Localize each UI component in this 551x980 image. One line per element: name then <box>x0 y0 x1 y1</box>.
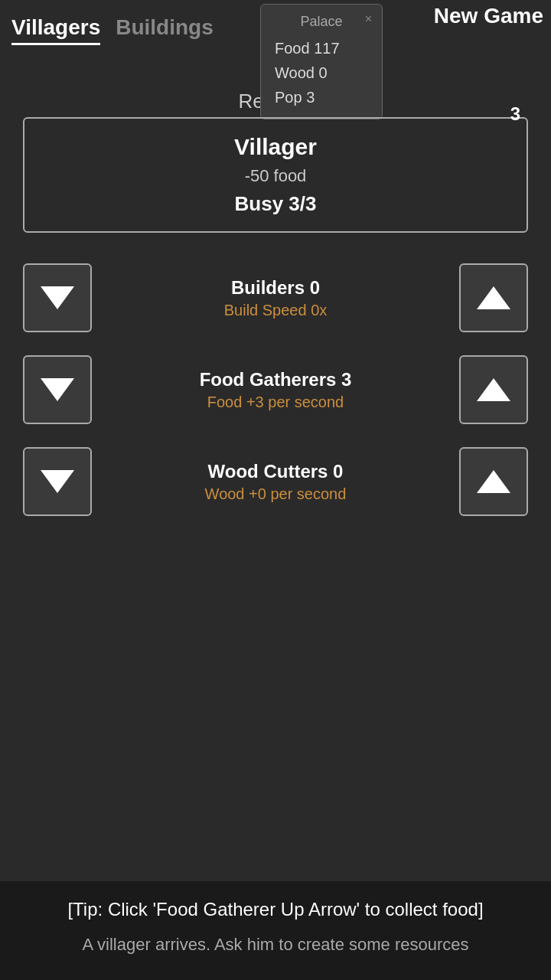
builders-row: Builders 0 Build Speed 0x <box>23 263 528 332</box>
food-gatherers-info: Food Gatherers 3 Food +3 per second <box>92 369 459 411</box>
up-arrow-icon <box>477 378 510 401</box>
wood-cutters-increase-button[interactable] <box>459 447 528 516</box>
down-arrow-icon <box>41 286 74 309</box>
bottom-area: [Tip: Click 'Food Gatherer Up Arrow' to … <box>0 881 551 980</box>
food-gatherers-decrease-button[interactable] <box>23 355 92 424</box>
builders-info: Builders 0 Build Speed 0x <box>92 277 459 319</box>
builders-increase-button[interactable] <box>459 263 528 332</box>
workers-list: Builders 0 Build Speed 0x Food Gatherers… <box>23 263 528 516</box>
request-status: Busy 3/3 <box>47 192 504 216</box>
wood-cutters-rate: Wood +0 per second <box>92 485 459 503</box>
palace-food: Food 117 <box>275 36 368 60</box>
food-gatherers-rate: Food +3 per second <box>92 394 459 411</box>
request-box-wrapper: 3 Villager -50 food Busy 3/3 <box>23 117 528 233</box>
request-box[interactable]: Villager -50 food Busy 3/3 <box>23 117 528 233</box>
down-arrow-icon <box>41 470 74 493</box>
palace-stats: Food 117 Wood 0 Pop 3 <box>275 36 368 109</box>
palace-title: Palace <box>275 14 368 30</box>
food-gatherers-row: Food Gatherers 3 Food +3 per second <box>23 355 528 424</box>
palace-popup: Palace Food 117 Wood 0 Pop 3 <box>260 4 383 119</box>
wood-cutters-row: Wood Cutters 0 Wood +0 per second <box>23 447 528 516</box>
food-gatherers-name: Food Gatherers 3 <box>92 369 459 390</box>
down-arrow-icon <box>41 378 74 401</box>
request-count: 3 <box>510 103 520 125</box>
palace-pop: Pop 3 <box>275 85 368 109</box>
event-text: A villager arrives. Ask him to create so… <box>23 933 528 957</box>
wood-cutters-name: Wood Cutters 0 <box>92 461 459 482</box>
up-arrow-icon <box>477 470 510 493</box>
tip-text: [Tip: Click 'Food Gatherer Up Arrow' to … <box>23 897 528 923</box>
nav-tabs: Villagers Buildings <box>11 15 214 51</box>
palace-wood: Wood 0 <box>275 60 368 85</box>
header: Villagers Buildings Palace Food 117 Wood… <box>0 0 551 59</box>
up-arrow-icon <box>477 286 510 309</box>
food-gatherers-increase-button[interactable] <box>459 355 528 424</box>
tab-villagers[interactable]: Villagers <box>11 15 100 45</box>
wood-cutters-decrease-button[interactable] <box>23 447 92 516</box>
new-game-button[interactable]: New Game <box>434 4 543 28</box>
tab-row: Villagers Buildings <box>11 15 214 45</box>
tab-buildings[interactable]: Buildings <box>116 15 214 45</box>
wood-cutters-info: Wood Cutters 0 Wood +0 per second <box>92 461 459 503</box>
builders-decrease-button[interactable] <box>23 263 92 332</box>
main-content: Request 3 Villager -50 food Busy 3/3 Bui… <box>0 74 551 554</box>
builders-rate: Build Speed 0x <box>92 302 459 319</box>
request-title: Villager <box>47 134 504 160</box>
builders-name: Builders 0 <box>92 277 459 299</box>
request-cost: -50 food <box>47 166 504 186</box>
